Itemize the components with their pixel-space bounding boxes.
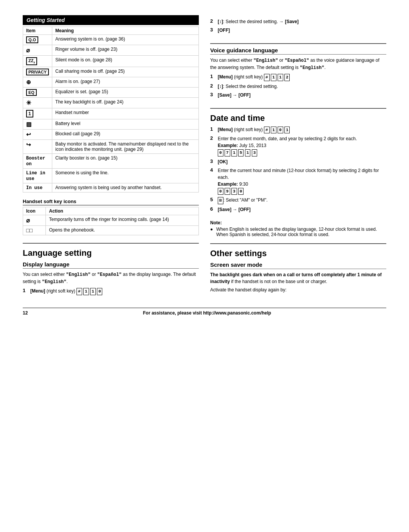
display-language-steps: 1 [Menu] (right soft key) # 1 1 0 xyxy=(23,288,199,297)
icon-cell: ↪ xyxy=(23,140,52,154)
table-row: □□ Opens the phonebook. xyxy=(23,226,199,235)
icon-qa: Q.O xyxy=(26,36,38,43)
key-hash: # xyxy=(264,74,270,81)
step-item: 6 [Save] → [OFF] xyxy=(210,206,386,213)
step-number: 2 xyxy=(210,83,215,89)
section-divider-other xyxy=(210,243,386,244)
voice-guidance-steps: 1 [Menu] (right soft key) # 1 1 2 2 [↕]:… xyxy=(210,74,386,100)
soft-key-table: Icon Action ⌀ Temporarily turns off the … xyxy=(23,207,199,235)
key-hash: # xyxy=(76,288,82,295)
col-meaning: Meaning xyxy=(52,27,199,35)
step-content: [OFF] xyxy=(218,27,386,34)
key-1b: 1 xyxy=(90,288,96,295)
meaning-cell: Answering system is on. (page 36) xyxy=(52,35,199,45)
table-row: Q.O Answering system is on. (page 36) xyxy=(23,35,199,45)
rest-text: if the handset is not on the base unit o… xyxy=(230,279,327,284)
key-0: 0 xyxy=(218,149,223,156)
voice-guidance-body: You can select either "English" or "Espa… xyxy=(210,57,386,71)
getting-started-header: Getting Started xyxy=(23,15,199,25)
key-2: 2 xyxy=(284,74,290,81)
save-off-label: [Save] xyxy=(218,92,231,98)
meaning-cell: Silent mode is on. (page 28) xyxy=(52,56,199,67)
key-3: 3 xyxy=(231,188,237,195)
step-content: Enter the current month, date, and year … xyxy=(218,135,386,156)
step-content: [↕]: Select the desired setting. xyxy=(218,83,386,90)
step-number: 5 xyxy=(210,197,215,202)
language-setting-title: Language setting xyxy=(23,248,199,258)
icon-cell: Q.O xyxy=(23,35,52,45)
key-hash: # xyxy=(264,127,270,134)
icon-privacy: PRIVACY xyxy=(26,69,49,75)
step-item: 1 [Menu] (right soft key) # 1 0 1 xyxy=(210,126,386,134)
section-divider-voice xyxy=(210,43,386,44)
meaning-cell: Clarity booster is on. (page 15) xyxy=(52,154,199,169)
step-content: [↕]: Select the desired setting. → [Save… xyxy=(218,18,386,25)
icon-in-use: In use xyxy=(26,185,42,191)
key-1b: 1 xyxy=(278,74,283,81)
key-asterisk: ⊞ xyxy=(218,197,223,204)
key-1: 1 xyxy=(271,127,276,134)
display-language-body: You can select either "English" or "Espa… xyxy=(23,271,199,285)
key-5: 5 xyxy=(238,149,244,156)
step-number: 2 xyxy=(210,135,215,141)
step-item: 3 [OK] xyxy=(210,158,386,165)
table-row: ↩ Blocked call (page 29) xyxy=(23,130,199,140)
section-divider xyxy=(23,243,199,244)
bullet-dot: ● xyxy=(210,227,215,232)
menu-label: [Menu] xyxy=(218,74,233,80)
step-content: [Menu] (right soft key) # 1 1 0 xyxy=(30,288,199,295)
off-label: [OFF] xyxy=(218,28,230,33)
step-content: [OK] xyxy=(218,158,386,165)
icon-cell: 1 xyxy=(23,108,52,119)
menu-label: [Menu] xyxy=(218,127,233,132)
table-row: In use Answering system is being used by… xyxy=(23,183,199,192)
example-label: Example: xyxy=(218,143,238,148)
step-content: ⊞: Select "AM" or "PM". xyxy=(218,197,386,204)
icon-ringer: ⌀ xyxy=(26,47,30,53)
off-label: [OFF] xyxy=(239,92,251,98)
meaning-cell: The key backlight is off. (page 24) xyxy=(52,98,199,108)
col-icon: Icon xyxy=(23,207,46,215)
save-label: [Save] xyxy=(218,207,231,212)
step-item: 3 [Save] → [OFF] xyxy=(210,92,386,99)
step-item: 5 ⊞: Select "AM" or "PM". xyxy=(210,197,386,204)
ok-label: [OK] xyxy=(218,159,228,164)
icon-silent: ZZz xyxy=(26,57,37,65)
meaning-cell: Handset number xyxy=(52,108,199,119)
icon-booster: Boosteron xyxy=(26,156,45,167)
other-settings-title: Other settings xyxy=(210,249,386,258)
example-label: Example: xyxy=(218,182,238,187)
display-language-subtitle: Display language xyxy=(23,261,199,269)
step-number: 3 xyxy=(210,92,215,97)
meaning-cell: Alarm is on. (page 27) xyxy=(52,77,199,88)
screen-saver-subtitle: Screen saver mode xyxy=(210,261,386,269)
note-label: Note: xyxy=(210,220,386,225)
icon-cell: ▨ xyxy=(23,119,52,130)
icon-backlight: ✳ xyxy=(26,100,31,106)
step-item: 2 Enter the current month, date, and yea… xyxy=(210,135,386,156)
table-row: Boosteron Clarity booster is on. (page 1… xyxy=(23,154,199,169)
step-number: 1 xyxy=(23,288,28,293)
table-row: ZZz Silent mode is on. (page 28) xyxy=(23,56,199,67)
footer-text: For assistance, please visit http://www.… xyxy=(143,310,271,316)
step-number: 1 xyxy=(210,126,215,132)
voice-guidance-subtitle: Voice guidance language xyxy=(210,47,386,55)
icon-cell: ↩ xyxy=(23,130,52,140)
icon-eq: EQ xyxy=(26,89,37,96)
table-row: ↪ Baby monitor is activated. The name/nu… xyxy=(23,140,199,154)
table-row: Line inuse Someone is using the line. xyxy=(23,169,199,183)
step-number: 3 xyxy=(210,27,215,33)
key-1a: 1 xyxy=(83,288,89,295)
icon-cell: PRIVACY xyxy=(23,67,52,77)
nav-label: [↕] xyxy=(218,19,223,24)
step-number: 1 xyxy=(210,74,215,79)
col-item: Item xyxy=(23,27,52,35)
key-7: 7 xyxy=(225,149,230,156)
meaning-cell: Call sharing mode is off. (page 25) xyxy=(52,67,199,77)
key-0: 0 xyxy=(218,188,223,195)
icon-blocked: ↩ xyxy=(26,131,31,138)
icon-cell: In use xyxy=(23,183,52,192)
meaning-cell: Blocked call (page 29) xyxy=(52,130,199,140)
icon-battery: ▨ xyxy=(26,121,31,127)
key-9: 9 xyxy=(225,188,230,195)
